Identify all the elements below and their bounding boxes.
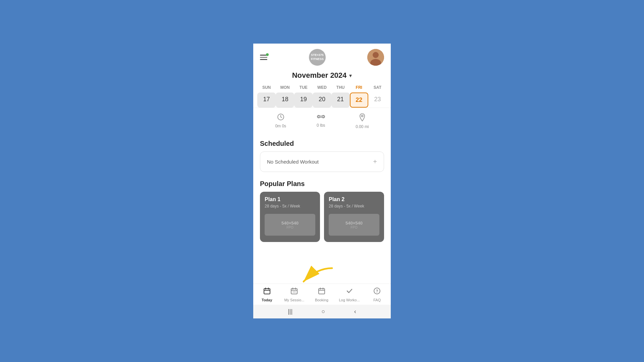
day-header-mon: MON	[276, 84, 294, 91]
today-icon	[263, 287, 271, 297]
sessions-label: My Sessio...	[284, 298, 304, 302]
day-headers-row: SUN MON TUE WED THU FRI SAT	[257, 84, 387, 91]
nav-log-workout[interactable]: Log Worko...	[339, 287, 360, 302]
log-workout-icon	[346, 287, 353, 297]
distance-value: 0.00 mi	[356, 124, 369, 129]
calendar-day-19[interactable]: 19	[294, 93, 313, 108]
phone-frame: STE×375FITNESS November 2024 ▾ SUN MON T…	[253, 44, 391, 318]
popular-plans-title: Popular Plans	[260, 180, 384, 188]
calendar-day-20[interactable]: 20	[313, 93, 331, 108]
weight-value: 0 lbs	[317, 123, 325, 128]
time-stat: 0m 0s	[275, 113, 286, 129]
calendar-week: SUN MON TUE WED THU FRI SAT 17 18 19 20 …	[253, 84, 391, 108]
day-header-tue: TUE	[294, 84, 313, 91]
svg-line-5	[281, 117, 282, 118]
weight-stat: 0 lbs	[317, 113, 325, 129]
booking-label: Booking	[315, 298, 328, 302]
plan-2-subtitle: 28 days - 5x / Week	[329, 204, 379, 208]
svg-text:?: ?	[376, 289, 378, 294]
plan-card-2[interactable]: Plan 2 28 days - 5x / Week 540×540 FPO	[324, 192, 384, 242]
month-navigation[interactable]: November 2024 ▾	[253, 68, 391, 84]
nav-faq[interactable]: ? FAQ	[367, 287, 387, 302]
plan-1-name: Plan 1	[265, 196, 315, 202]
svg-rect-10	[264, 289, 270, 294]
svg-rect-14	[291, 289, 297, 294]
scheduled-card[interactable]: No Scheduled Workout +	[260, 152, 384, 172]
day-header-sun: SUN	[257, 84, 276, 91]
system-nav: ||| ○ ‹	[253, 305, 391, 318]
user-avatar[interactable]	[367, 49, 384, 66]
today-label: Today	[262, 298, 272, 302]
location-icon	[359, 113, 365, 123]
plan-2-placeholder-sub: FPO	[351, 226, 358, 229]
plan-card-1[interactable]: Plan 1 28 days - 5x / Week 540×540 FPO	[260, 192, 320, 242]
weight-icon	[317, 113, 325, 122]
svg-rect-19	[319, 289, 325, 294]
add-workout-icon[interactable]: +	[373, 158, 377, 166]
plan-1-subtitle: 28 days - 5x / Week	[265, 204, 315, 208]
calendar-day-17[interactable]: 17	[257, 93, 276, 108]
calendar-days-row: 17 18 19 20 21 22 23	[257, 93, 387, 108]
month-year-label: November 2024	[292, 71, 347, 80]
bottom-nav: Today My Sessio...	[253, 284, 391, 305]
calendar-day-18[interactable]: 18	[276, 93, 294, 108]
day-header-thu: THU	[331, 84, 350, 91]
faq-icon: ?	[373, 287, 381, 297]
plan-2-placeholder-text: 540×540	[345, 221, 363, 226]
calendar-day-22[interactable]: 22	[350, 93, 368, 108]
svg-point-1	[373, 52, 379, 58]
log-workout-label: Log Worko...	[339, 298, 360, 302]
scheduled-section: Scheduled No Scheduled Workout +	[253, 134, 391, 175]
calendar-day-21[interactable]: 21	[331, 93, 350, 108]
month-dropdown-icon[interactable]: ▾	[349, 72, 352, 79]
sessions-icon	[290, 287, 298, 297]
menu-button[interactable]	[260, 55, 267, 60]
popular-plans-section: Popular Plans Plan 1 28 days - 5x / Week…	[253, 175, 391, 284]
plan-1-placeholder-sub: FPO	[286, 226, 293, 229]
distance-stat: 0.00 mi	[356, 113, 369, 129]
faq-label: FAQ	[373, 298, 381, 302]
plans-row: Plan 1 28 days - 5x / Week 540×540 FPO P…	[260, 192, 384, 242]
plan-1-placeholder-text: 540×540	[281, 221, 299, 226]
app-logo: STE×375FITNESS	[309, 49, 326, 66]
svg-rect-6	[318, 116, 324, 117]
nav-today[interactable]: Today	[257, 287, 277, 302]
time-icon	[277, 113, 284, 122]
avatar-image	[367, 49, 384, 66]
day-header-wed: WED	[313, 84, 331, 91]
sys-menu-button[interactable]: |||	[288, 308, 292, 315]
nav-my-sessions[interactable]: My Sessio...	[284, 287, 304, 302]
time-value: 0m 0s	[275, 124, 286, 128]
day-header-fri: FRI	[350, 84, 368, 91]
sys-home-button[interactable]: ○	[322, 308, 325, 315]
day-header-sat: SAT	[368, 84, 387, 91]
plan-2-image: 540×540 FPO	[329, 214, 379, 236]
header: STE×375FITNESS	[253, 44, 391, 68]
calendar-day-23[interactable]: 23	[368, 93, 387, 108]
svg-point-9	[361, 115, 363, 117]
stats-bar: 0m 0s 0 lbs 0.00 mi	[253, 108, 391, 134]
plan-2-name: Plan 2	[329, 196, 379, 202]
plan-1-image: 540×540 FPO	[265, 214, 315, 236]
nav-booking[interactable]: Booking	[312, 287, 332, 302]
sys-back-button[interactable]: ‹	[354, 308, 356, 315]
scheduled-title: Scheduled	[260, 140, 384, 147]
no-workout-label: No Scheduled Workout	[267, 159, 319, 165]
booking-icon	[318, 287, 325, 297]
